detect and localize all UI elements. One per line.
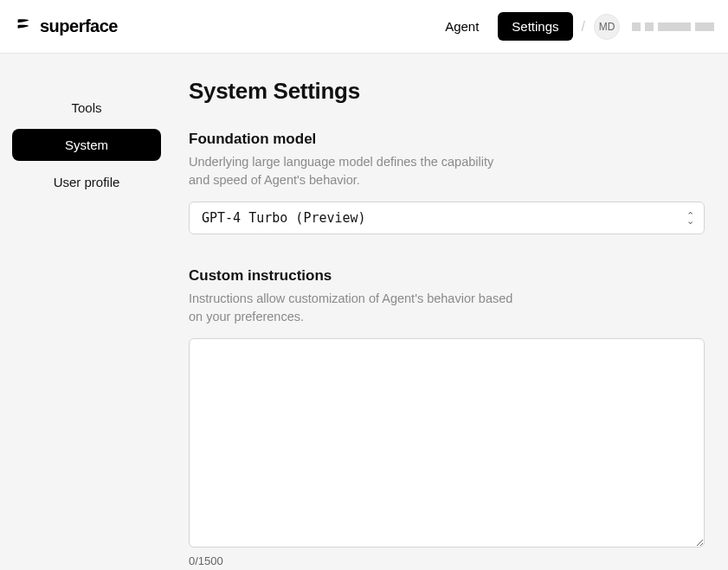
instructions-desc: Instructions allow customization of Agen… — [189, 290, 518, 326]
avatar[interactable]: MD — [594, 14, 620, 40]
superface-logo-icon — [14, 16, 33, 38]
main: Tools System User profile System Setting… — [0, 54, 728, 570]
sidebar: Tools System User profile — [0, 78, 173, 570]
header: superface Agent Settings / MD — [0, 0, 728, 54]
sidebar-item-system[interactable]: System — [12, 129, 161, 161]
instructions-title: Custom instructions — [189, 267, 705, 285]
sidebar-item-tools[interactable]: Tools — [12, 92, 161, 124]
header-right: Agent Settings / MD — [431, 12, 714, 41]
foundation-section: Foundation model Underlying large langua… — [189, 131, 705, 234]
custom-instructions-input[interactable] — [189, 338, 705, 548]
content: System Settings Foundation model Underly… — [173, 78, 718, 570]
nav-agent[interactable]: Agent — [431, 12, 493, 41]
logo[interactable]: superface — [14, 16, 118, 38]
sidebar-item-user-profile[interactable]: User profile — [12, 166, 161, 198]
char-counter: 0/1500 — [189, 554, 705, 567]
nav-settings[interactable]: Settings — [498, 12, 572, 41]
page-title: System Settings — [189, 78, 705, 105]
instructions-section: Custom instructions Instructions allow c… — [189, 267, 705, 567]
separator: / — [578, 19, 589, 35]
foundation-model-select[interactable]: GPT-4 Turbo (Preview) — [189, 202, 705, 234]
brand-name: superface — [40, 16, 118, 36]
foundation-desc: Underlying large language model defines … — [189, 153, 518, 189]
user-name-redacted — [632, 22, 714, 31]
foundation-title: Foundation model — [189, 131, 705, 148]
foundation-select-wrap: GPT-4 Turbo (Preview) ⌃⌄ — [189, 202, 705, 234]
